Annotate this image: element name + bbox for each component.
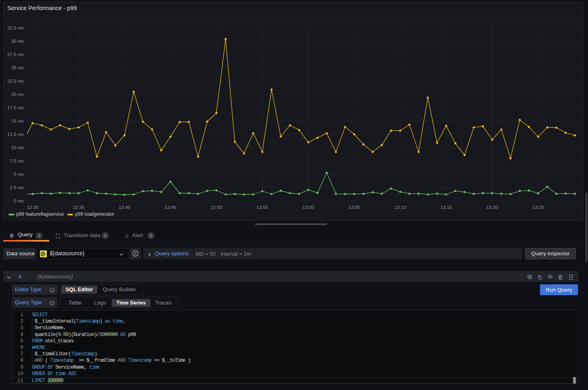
- svg-text:12:50: 12:50: [211, 205, 222, 210]
- svg-text:7.5 ms: 7.5 ms: [10, 159, 24, 163]
- svg-text:17.5 ms: 17.5 ms: [7, 105, 24, 110]
- svg-text:?: ?: [134, 251, 137, 256]
- svg-text:13:25: 13:25: [532, 205, 544, 210]
- svg-text:12:40: 12:40: [119, 205, 130, 210]
- svg-text:30 ms: 30 ms: [11, 39, 24, 44]
- svg-text:13:10: 13:10: [394, 205, 406, 210]
- svg-text:25 ms: 25 ms: [11, 65, 24, 70]
- svg-text:32.5 ms: 32.5 ms: [7, 25, 24, 30]
- svg-text:22.5 ms: 22.5 ms: [7, 79, 24, 83]
- svg-text:12:55: 12:55: [256, 205, 268, 210]
- svg-text:13:00: 13:00: [302, 205, 314, 210]
- svg-text:13:05: 13:05: [348, 205, 360, 210]
- svg-text:12.5 ms: 12.5 ms: [7, 132, 24, 137]
- svg-text:15 ms: 15 ms: [11, 119, 24, 123]
- svg-text:12:30: 12:30: [27, 205, 38, 210]
- svg-text:10 ms: 10 ms: [11, 145, 24, 150]
- svg-text:20 ms: 20 ms: [11, 92, 24, 97]
- svg-text:13:15: 13:15: [440, 205, 452, 210]
- svg-text:12:35: 12:35: [73, 205, 84, 210]
- svg-text:2.5 ms: 2.5 ms: [10, 185, 24, 190]
- svg-text:0 ms: 0 ms: [14, 198, 24, 203]
- svg-text:13:20: 13:20: [486, 205, 498, 210]
- svg-text:5 ms: 5 ms: [14, 172, 24, 177]
- svg-text:12:45: 12:45: [165, 205, 176, 210]
- svg-text:27.5 ms: 27.5 ms: [7, 52, 24, 57]
